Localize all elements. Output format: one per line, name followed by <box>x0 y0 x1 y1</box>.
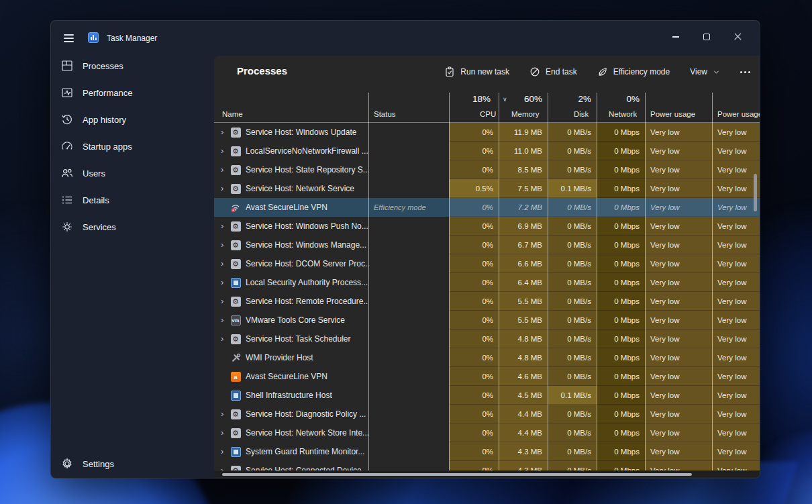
power-cell: Very low <box>645 386 712 405</box>
status-cell <box>368 179 449 198</box>
expand-chevron-icon[interactable]: › <box>221 330 230 348</box>
expand-chevron-icon[interactable]: › <box>221 292 230 311</box>
cpu-cell: 0% <box>449 423 499 442</box>
power-cell: Very low <box>645 330 712 348</box>
table-row[interactable]: ›⚙Service Host: Connected Device...0%4.3… <box>214 461 760 470</box>
expand-chevron-icon[interactable]: › <box>221 442 230 461</box>
sidebar-label: Users <box>83 168 105 179</box>
table-row[interactable]: ›⚙Service Host: State Repository S...0%8… <box>214 160 760 179</box>
expand-chevron-icon[interactable]: › <box>221 461 230 470</box>
table-row[interactable]: ›⚙Service Host: Windows Manage...0%6.7 M… <box>214 236 760 254</box>
status-cell <box>368 273 449 292</box>
column-header-name[interactable]: Name <box>222 110 243 118</box>
status-cell <box>368 160 449 179</box>
column-header-status[interactable]: Status <box>374 110 396 118</box>
table-row[interactable]: Avast SecureLine VPNEfficiency mode0%7.2… <box>214 198 760 217</box>
more-options-button[interactable] <box>740 71 750 73</box>
table-row[interactable]: ›⚙LocalServiceNoNetworkFirewall ...0%11.… <box>214 142 760 160</box>
sidebar-item-app-history[interactable]: App history <box>55 106 209 133</box>
maximize-button[interactable] <box>691 25 722 49</box>
vertical-scrollbar[interactable] <box>754 174 757 211</box>
table-row[interactable]: WMI Provider Host0%4.8 MB0 MB/s0 MbpsVer… <box>214 348 760 367</box>
process-name: Service Host: Windows Manage... <box>246 236 366 254</box>
view-dropdown[interactable]: View <box>690 67 720 77</box>
expand-chevron-icon[interactable]: › <box>221 423 230 442</box>
power-cell: Very low <box>645 142 712 160</box>
table-row[interactable]: ›Local Security Authority Process...0%6.… <box>214 273 760 292</box>
process-name: Avast SecureLine VPN <box>246 367 327 386</box>
network-cell: 0 Mbps <box>597 330 645 348</box>
column-header-network[interactable]: Network <box>609 110 637 118</box>
sidebar-item-details[interactable]: Details <box>55 187 209 213</box>
service-icon: ⚙ <box>230 221 241 232</box>
performance-icon <box>61 87 73 99</box>
table-row[interactable]: ›⚙Service Host: Remote Procedure...0%5.5… <box>214 292 760 311</box>
expand-chevron-icon[interactable]: › <box>221 405 230 423</box>
cpu-cell: 0% <box>449 254 499 273</box>
column-header-power-usage[interactable]: Power usage <box>650 110 695 118</box>
network-cell: 0 Mbps <box>597 198 645 217</box>
disk-cell: 0 MB/s <box>548 423 597 442</box>
end-task-button[interactable]: End task <box>529 66 577 77</box>
status-cell <box>368 386 449 405</box>
run-new-task-button[interactable]: Run new task <box>444 66 509 77</box>
power-cell: Very low <box>645 292 712 311</box>
table-row[interactable]: ›⚙Service Host: Windows Update0%11.9 MB0… <box>214 123 760 142</box>
disk-cell: 0 MB/s <box>548 442 597 461</box>
column-separator <box>712 93 713 470</box>
table-row[interactable]: ›⚙Service Host: DCOM Server Proc...0%6.6… <box>214 254 760 273</box>
sidebar-item-services[interactable]: Services <box>55 213 209 240</box>
expand-chevron-icon[interactable]: › <box>221 254 230 273</box>
process-name-cell: ›⚙Service Host: Diagnostic Policy ... <box>214 405 368 423</box>
toolbar: Run new task End task Efficiency mode Vi… <box>444 56 750 88</box>
efficiency-mode-button[interactable]: Efficiency mode <box>597 66 670 77</box>
expand-chevron-icon[interactable]: › <box>221 217 230 236</box>
table-row[interactable]: aAvast SecureLine VPN0%4.6 MB0 MB/s0 Mbp… <box>214 367 760 386</box>
table-row[interactable]: ›⚙Service Host: Windows Push No...0%6.9 … <box>214 217 760 236</box>
sidebar-item-performance[interactable]: Performance <box>55 79 209 106</box>
memory-total-value[interactable]: 60% <box>499 94 542 104</box>
sidebar-item-startup-apps[interactable]: Startup apps <box>55 133 209 160</box>
view-label: View <box>690 67 707 77</box>
network-total-value[interactable]: 0% <box>597 94 640 104</box>
table-row[interactable]: ›⚙Service Host: Network Store Inte...0%4… <box>214 423 760 442</box>
memory-cell: 4.8 MB <box>499 330 548 348</box>
winproc-icon <box>230 446 241 457</box>
expand-chevron-icon[interactable]: › <box>221 273 230 292</box>
column-header-power-usage-trend[interactable]: Power usage <box>717 110 760 118</box>
column-header-memory[interactable]: Memory <box>511 110 540 118</box>
navigation-menu-button[interactable] <box>59 30 78 47</box>
disk-total-value[interactable]: 2% <box>548 94 591 104</box>
expand-chevron-icon[interactable]: › <box>221 236 230 254</box>
sidebar-item-settings[interactable]: Settings <box>55 450 209 477</box>
horizontal-scrollbar[interactable] <box>222 473 692 476</box>
table-row[interactable]: ›⚙Service Host: Task Scheduler0%4.8 MB0 … <box>214 330 760 348</box>
sidebar-item-users[interactable]: Users <box>55 160 209 187</box>
minimize-button[interactable] <box>660 25 691 49</box>
expand-chevron-icon[interactable]: › <box>221 179 230 198</box>
expand-chevron-icon[interactable]: › <box>221 142 230 160</box>
expand-chevron-icon[interactable]: › <box>221 123 230 142</box>
table-row[interactable]: Shell Infrastructure Host0%4.5 MB0.1 MB/… <box>214 386 760 405</box>
expand-chevron-icon[interactable]: › <box>221 160 230 179</box>
column-header-disk[interactable]: Disk <box>574 110 589 118</box>
table-row[interactable]: ›vmVMware Tools Core Service0%5.5 MB0 MB… <box>214 311 760 330</box>
memory-cell: 11.0 MB <box>499 142 548 160</box>
trend-cell: Very low <box>712 423 760 442</box>
table-row[interactable]: ›⚙Service Host: Diagnostic Policy ...0%4… <box>214 405 760 423</box>
users-icon <box>61 167 73 179</box>
table-row[interactable]: ›System Guard Runtime Monitor...0%4.3 MB… <box>214 442 760 461</box>
sidebar-item-processes[interactable]: Processes <box>55 52 209 79</box>
table-row[interactable]: ›⚙Service Host: Network Service0.5%7.5 M… <box>214 179 760 198</box>
column-header-cpu[interactable]: CPU <box>480 110 496 118</box>
process-name-cell: ›⚙Service Host: Windows Manage... <box>214 236 368 254</box>
power-cell: Very low <box>645 179 712 198</box>
close-button[interactable] <box>722 25 753 49</box>
disk-cell: 0 MB/s <box>548 348 597 367</box>
network-cell: 0 Mbps <box>597 292 645 311</box>
expand-chevron-icon[interactable]: › <box>221 311 230 330</box>
service-icon: ⚙ <box>230 240 241 250</box>
network-cell: 0 Mbps <box>597 179 645 198</box>
cpu-total-value[interactable]: 18% <box>449 94 491 104</box>
disk-cell: 0.1 MB/s <box>548 386 597 405</box>
